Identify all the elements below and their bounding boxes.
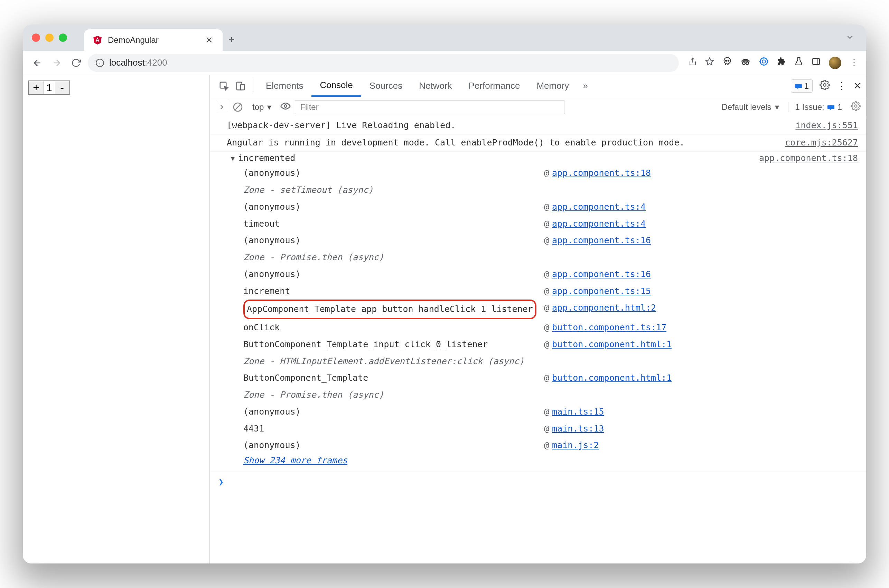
frame-function: Zone - setTimeout (async) <box>243 182 544 199</box>
frame-source-link[interactable]: button.component.ts:17 <box>552 319 667 336</box>
stack-frame: AppComponent_Template_app_button_handleC… <box>231 300 858 319</box>
angular-favicon <box>93 35 102 45</box>
frame-source-link[interactable]: button.component.html:1 <box>552 336 671 353</box>
disclosure-triangle-icon[interactable]: ▼ <box>231 154 235 165</box>
eye-icon[interactable] <box>280 101 291 113</box>
svg-marker-6 <box>706 58 713 65</box>
settings-icon[interactable] <box>820 80 830 92</box>
tab-sources[interactable]: Sources <box>361 75 411 97</box>
svg-point-8 <box>725 60 727 62</box>
increment-button[interactable]: + <box>29 81 44 94</box>
window-controls <box>32 33 67 42</box>
reload-button[interactable] <box>68 55 84 70</box>
svg-rect-25 <box>240 84 244 90</box>
browser-menu-icon[interactable]: ⋮ <box>850 57 858 68</box>
sidebar-toggle-icon[interactable] <box>216 101 228 113</box>
maximize-window-button[interactable] <box>59 33 67 42</box>
frame-function: (anonymous) <box>243 232 544 249</box>
frame-source-link[interactable]: app.component.ts:16 <box>552 232 651 249</box>
decrement-button[interactable]: - <box>55 81 69 94</box>
frame-source-link[interactable]: app.component.ts:15 <box>552 283 651 300</box>
frame-source-link[interactable]: main.js:2 <box>552 437 599 454</box>
skull-ext-icon[interactable] <box>722 57 732 69</box>
chevron-down-icon: ▾ <box>775 102 779 112</box>
inspect-icon[interactable] <box>216 78 232 94</box>
svg-point-9 <box>728 60 729 62</box>
stack-frame: increment@app.component.ts:15 <box>231 283 858 300</box>
browser-tab[interactable]: DemoAngular ✕ <box>84 29 222 51</box>
messages-chip[interactable]: 1 <box>791 80 812 93</box>
tabs-overflow-icon[interactable]: » <box>577 81 593 91</box>
frame-source-link[interactable]: app.component.html:2 <box>552 300 656 319</box>
frame-function: increment <box>243 283 544 300</box>
frame-source-link[interactable]: app.component.ts:18 <box>552 165 651 182</box>
profile-avatar[interactable] <box>829 57 841 69</box>
frame-source-link[interactable]: app.component.ts:4 <box>552 199 646 216</box>
log-levels-selector[interactable]: Default levels ▾ <box>717 100 784 114</box>
stack-frame: (anonymous)@main.js:2 <box>231 437 858 454</box>
stack-frame: (anonymous)@app.component.ts:18 <box>231 165 858 182</box>
console-settings-icon[interactable] <box>846 101 860 113</box>
filter-input[interactable] <box>295 100 565 114</box>
forward-button[interactable] <box>49 55 64 70</box>
context-selector[interactable]: top ▾ <box>248 100 276 114</box>
frame-function: (anonymous) <box>243 165 544 182</box>
source-link[interactable]: index.js:551 <box>795 119 858 132</box>
console-output: [webpack-dev-server] Live Reloading enab… <box>210 117 866 564</box>
tab-network[interactable]: Network <box>411 75 460 97</box>
frame-source-link[interactable]: button.component.html:1 <box>552 370 671 387</box>
devtools-tabbar: Elements Console Sources Network Perform… <box>210 75 866 97</box>
stack-frame: (anonymous)@app.component.ts:16 <box>231 232 858 249</box>
target-ext-icon[interactable] <box>759 57 769 69</box>
tab-memory[interactable]: Memory <box>528 75 577 97</box>
frame-function: ButtonComponent_Template <box>243 370 544 387</box>
console-toolbar: top ▾ Default levels ▾ 1 Issue: 1 <box>210 97 866 117</box>
close-window-button[interactable] <box>32 33 40 42</box>
frame-function: Zone - Promise.then (async) <box>243 387 544 404</box>
device-toggle-icon[interactable] <box>232 78 249 94</box>
frame-function: onClick <box>243 319 544 336</box>
close-devtools-icon[interactable]: ✕ <box>853 80 861 92</box>
stack-frame: ButtonComponent_Template@button.componen… <box>231 370 858 387</box>
extensions-icon[interactable] <box>777 57 786 68</box>
frame-function: (anonymous) <box>243 266 544 283</box>
url-field[interactable]: localhost:4200 <box>88 54 679 72</box>
panel-icon[interactable] <box>812 57 821 68</box>
tab-performance[interactable]: Performance <box>460 75 529 97</box>
devtools-menu-icon[interactable]: ⋮ <box>837 80 847 92</box>
star-icon[interactable] <box>705 57 714 68</box>
devtools-panel: Elements Console Sources Network Perform… <box>209 75 866 564</box>
frame-source-link[interactable]: main.ts:13 <box>552 420 604 437</box>
tab-elements[interactable]: Elements <box>257 75 311 97</box>
browser-window: DemoAngular ✕ ＋ localhost:4200 <box>23 24 866 564</box>
stack-frame: timeout@app.component.ts:4 <box>231 216 858 232</box>
issues-chip[interactable]: 1 Issue: 1 <box>788 102 842 112</box>
svg-point-7 <box>724 57 731 64</box>
frame-function: timeout <box>243 216 544 232</box>
back-button[interactable] <box>30 55 45 70</box>
frame-function: ButtonComponent_Template_input_click_0_l… <box>243 336 544 353</box>
minimize-window-button[interactable] <box>45 33 54 42</box>
info-icon <box>95 58 104 68</box>
new-tab-button[interactable]: ＋ <box>222 33 240 46</box>
tab-console[interactable]: Console <box>311 75 361 97</box>
frame-function: (anonymous) <box>243 199 544 216</box>
console-prompt[interactable]: ❯ <box>210 472 866 492</box>
tab-search-icon[interactable] <box>845 33 854 43</box>
source-link[interactable]: app.component.ts:18 <box>759 152 858 165</box>
frame-source-link[interactable]: app.component.ts:4 <box>552 216 646 232</box>
svg-line-28 <box>235 104 241 110</box>
incognito-ext-icon[interactable] <box>740 56 751 69</box>
log-row: Angular is running in development mode. … <box>210 134 866 152</box>
share-icon[interactable] <box>689 57 697 68</box>
labs-icon[interactable] <box>794 57 803 68</box>
source-link[interactable]: core.mjs:25627 <box>785 136 858 150</box>
frame-source-link[interactable]: app.component.ts:16 <box>552 266 651 283</box>
frame-source-link[interactable]: main.ts:15 <box>552 404 604 420</box>
show-more-frames-link[interactable]: Show 234 more frames <box>231 454 858 467</box>
group-label: incremented <box>238 152 759 165</box>
frame-function: AppComponent_Template_app_button_handleC… <box>243 300 544 319</box>
close-tab-icon[interactable]: ✕ <box>204 35 214 46</box>
clear-console-icon[interactable] <box>232 102 243 112</box>
stack-trace: ▼ incremented app.component.ts:18 (anony… <box>210 152 866 472</box>
